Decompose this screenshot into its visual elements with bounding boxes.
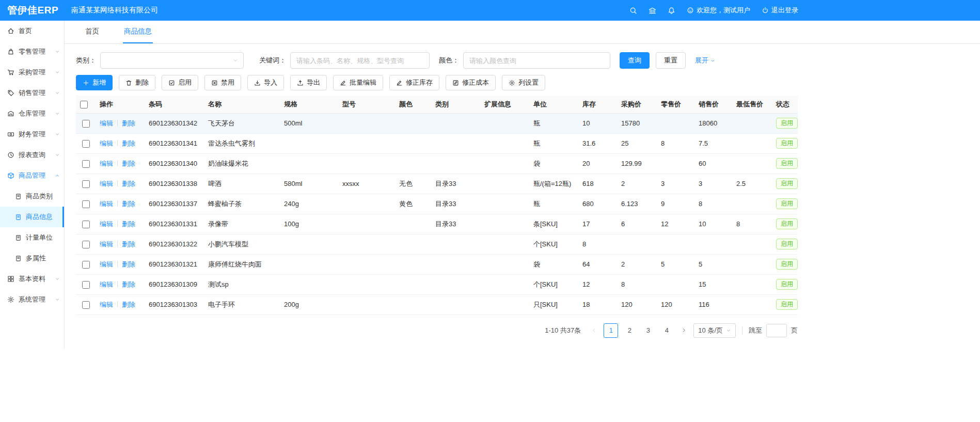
column-settings-button[interactable]: 列设置	[502, 75, 545, 90]
pagination-pages: 1234	[604, 323, 674, 338]
cell-retail_price	[657, 113, 694, 133]
cell-purchase_price: 120	[617, 294, 657, 315]
delete-link[interactable]: 删除	[122, 260, 135, 268]
edit-link[interactable]: 编辑	[100, 240, 113, 248]
disable-button[interactable]: 禁用	[204, 75, 241, 90]
row-checkbox[interactable]	[82, 261, 90, 269]
status-badge[interactable]: 启用	[776, 279, 798, 290]
sidebar-item-product[interactable]: 商品管理	[0, 165, 64, 186]
bank-icon[interactable]	[649, 7, 656, 14]
row-checkbox[interactable]	[82, 241, 90, 248]
select-all-checkbox[interactable]	[80, 101, 88, 108]
delete-link[interactable]: 删除	[122, 180, 135, 187]
status-badge[interactable]: 启用	[776, 118, 798, 129]
home-icon	[7, 27, 14, 35]
status-badge[interactable]: 启用	[776, 259, 798, 270]
sidebar-subitem-1[interactable]: 商品信息	[0, 207, 64, 227]
reset-button[interactable]: 重置	[656, 52, 686, 69]
row-checkbox[interactable]	[82, 120, 90, 128]
logout-button[interactable]: 退出登录	[762, 6, 798, 15]
tab-0[interactable]: 首页	[84, 21, 100, 43]
color-input[interactable]	[463, 52, 610, 69]
edit-link[interactable]: 编辑	[100, 260, 113, 268]
sidebar-subitem-3[interactable]: 多属性	[0, 248, 64, 269]
next-page-button[interactable]	[678, 323, 689, 338]
status-badge[interactable]: 启用	[776, 178, 798, 189]
edit-link[interactable]: 编辑	[100, 220, 113, 228]
row-checkbox[interactable]	[82, 180, 90, 188]
search-button[interactable]: 查询	[620, 52, 650, 69]
status-badge[interactable]: 启用	[776, 299, 798, 310]
expand-link[interactable]: 展开	[695, 56, 716, 65]
cell-name: 电子手环	[204, 294, 280, 315]
row-checkbox[interactable]	[82, 281, 90, 289]
enable-button[interactable]: 启用	[162, 75, 198, 90]
delete-link[interactable]: 删除	[122, 160, 135, 167]
delete-link[interactable]: 删除	[122, 200, 135, 208]
sidebar-item-sales[interactable]: 销售管理	[0, 83, 64, 103]
page-button-3[interactable]: 3	[641, 323, 655, 338]
edit-link[interactable]: 编辑	[100, 200, 113, 208]
keyword-input[interactable]	[290, 52, 430, 69]
bell-icon[interactable]	[668, 7, 675, 14]
jump-input[interactable]	[766, 324, 787, 337]
page-size-select[interactable]: 10 条/页	[693, 323, 736, 338]
status-badge[interactable]: 启用	[776, 239, 798, 249]
export-button[interactable]: 导出	[290, 75, 327, 90]
delete-button[interactable]: 删除	[119, 75, 155, 90]
sidebar-subitem-0[interactable]: 商品类别	[0, 186, 64, 207]
delete-link[interactable]: 删除	[122, 139, 135, 147]
sidebar-item-report[interactable]: 报表查询	[0, 145, 64, 165]
delete-link[interactable]: 删除	[122, 301, 135, 308]
sidebar-item-purchase[interactable]: 采购管理	[0, 62, 64, 83]
sidebar-item-home[interactable]: 首页	[0, 21, 64, 41]
cell-min_price	[732, 153, 772, 174]
delete-link[interactable]: 删除	[122, 119, 135, 127]
edit-link[interactable]: 编辑	[100, 139, 113, 147]
cell-stock: 18	[578, 294, 617, 315]
delete-link[interactable]: 删除	[122, 240, 135, 248]
status-badge[interactable]: 启用	[776, 158, 798, 169]
row-checkbox[interactable]	[82, 200, 90, 208]
status-badge[interactable]: 启用	[776, 198, 798, 209]
edit-link[interactable]: 编辑	[100, 160, 113, 167]
cell-min_price: 8	[732, 214, 772, 234]
fix-stock-button[interactable]: 修正库存	[389, 75, 439, 90]
row-checkbox[interactable]	[82, 221, 90, 228]
category-select[interactable]	[100, 52, 244, 69]
delete-link[interactable]: 删除	[122, 280, 135, 288]
edit-link[interactable]: 编辑	[100, 180, 113, 187]
sidebar-subitem-2[interactable]: 计量单位	[0, 227, 64, 248]
edit-link[interactable]: 编辑	[100, 301, 113, 308]
page-button-2[interactable]: 2	[622, 323, 637, 338]
row-checkbox[interactable]	[82, 301, 90, 309]
row-checkbox[interactable]	[82, 140, 90, 148]
search-icon[interactable]	[629, 7, 637, 14]
tab-1[interactable]: 商品信息	[123, 21, 153, 43]
jump-label: 跳至	[749, 326, 762, 335]
page-button-1[interactable]: 1	[604, 323, 618, 338]
status-badge[interactable]: 启用	[776, 138, 798, 149]
prev-page-button[interactable]	[588, 323, 599, 338]
batch-edit-button[interactable]: 批量编辑	[333, 75, 383, 90]
status-cell: 启用	[772, 174, 798, 194]
cell-barcode: 6901236301337	[145, 194, 204, 214]
sidebar-item-finance[interactable]: 财务管理	[0, 124, 64, 145]
edit-link[interactable]: 编辑	[100, 119, 113, 127]
sidebar-item-warehouse[interactable]: 仓库管理	[0, 103, 64, 124]
add-button[interactable]: 新增	[76, 75, 113, 90]
sidebar-item-system[interactable]: 系统管理	[0, 289, 64, 310]
column-header: 条码	[145, 96, 204, 113]
page-button-4[interactable]: 4	[659, 323, 674, 338]
import-button[interactable]: 导入	[247, 75, 284, 90]
sidebar-item-basic-data[interactable]: 基本资料	[0, 269, 64, 289]
cell-unit: 瓶	[529, 194, 578, 214]
status-badge[interactable]: 启用	[776, 218, 798, 229]
welcome-user[interactable]: 欢迎您，测试用户	[687, 6, 750, 15]
fix-cost-button[interactable]: 修正成本	[446, 75, 496, 90]
delete-link[interactable]: 删除	[122, 220, 135, 228]
link-separator	[117, 180, 118, 186]
row-checkbox[interactable]	[82, 160, 90, 168]
sidebar-item-retail[interactable]: 零售管理	[0, 41, 64, 62]
edit-link[interactable]: 编辑	[100, 280, 113, 288]
